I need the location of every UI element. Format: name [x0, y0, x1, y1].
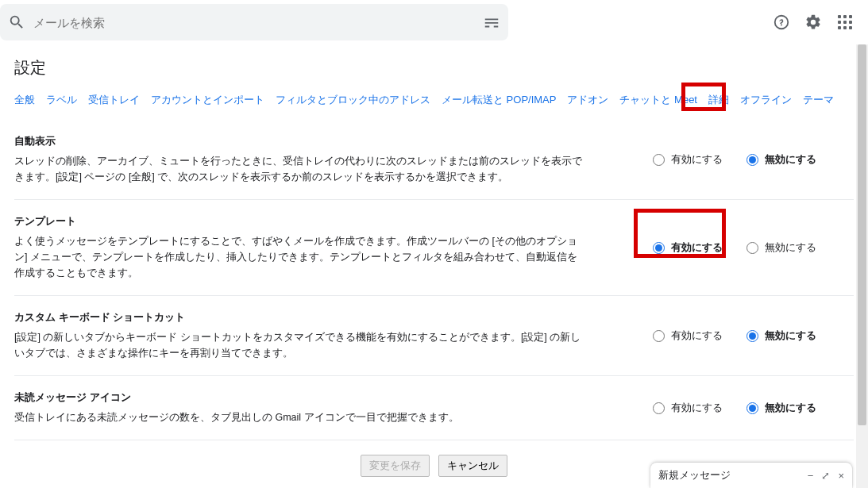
tune-icon[interactable] [483, 13, 500, 31]
search-input[interactable] [25, 16, 483, 29]
section-text: スレッドの削除、アーカイブ、ミュートを行ったときに、受信トレイの代わりに次のスレ… [14, 153, 586, 185]
radio-label: 無効にする [765, 152, 816, 167]
section-heading: カスタム キーボード ショートカット [14, 310, 586, 325]
apps-icon[interactable] [836, 13, 854, 31]
tab-inbox[interactable]: 受信トレイ [88, 93, 140, 107]
radio-enable[interactable]: 有効にする [653, 401, 723, 415]
radio-label: 有効にする [671, 401, 723, 415]
page-title: 設定 [14, 44, 854, 93]
tab-addons[interactable]: アドオン [567, 93, 608, 107]
radio-enable[interactable]: 有効にする [653, 152, 723, 167]
radio-disable[interactable]: 無効にする [746, 401, 816, 415]
tab-forwarding-pop-imap[interactable]: メール転送と POP/IMAP [442, 93, 556, 107]
help-icon[interactable] [773, 13, 790, 31]
settings-body: 自動表示 スレッドの削除、アーカイブ、ミュートを行ったときに、受信トレイの代わり… [14, 120, 854, 488]
radio-disable[interactable]: 無効にする [746, 240, 816, 255]
search-container[interactable] [0, 4, 508, 40]
header-icons [773, 13, 862, 31]
radio-enable[interactable]: 有効にする [653, 240, 723, 255]
section-text: 受信トレイにある未読メッセージの数を、タブ見出しの Gmail アイコンで一目で… [14, 409, 586, 425]
settings-tabs: 全般 ラベル 受信トレイ アカウントとインポート フィルタとブロック中のアドレス… [14, 93, 854, 112]
search-icon [8, 13, 25, 31]
tab-chat-meet[interactable]: チャットと Meet [619, 93, 697, 107]
save-button: 変更を保存 [361, 455, 430, 477]
radio-label: 有効にする [671, 152, 723, 167]
section-heading: テンプレート [14, 214, 586, 229]
tab-filters-blocked[interactable]: フィルタとブロック中のアドレス [276, 93, 430, 107]
compose-title: 新規メッセージ [658, 468, 808, 482]
compose-minimized[interactable]: 新規メッセージ − ⤢ × [650, 463, 852, 488]
tab-accounts-import[interactable]: アカウントとインポート [151, 93, 264, 107]
radio-disable[interactable]: 無効にする [746, 152, 816, 167]
header [0, 0, 868, 44]
section-heading: 未読メッセージ アイコン [14, 390, 586, 405]
section-text: よく使うメッセージをテンプレートにすることで、すばやくメールを作成できます。作成… [14, 233, 586, 281]
tab-offline[interactable]: オフライン [740, 93, 792, 107]
gear-icon[interactable] [804, 13, 822, 31]
compose-expand-icon[interactable]: ⤢ [821, 470, 830, 482]
section-auto-advance: 自動表示 スレッドの削除、アーカイブ、ミュートを行ったときに、受信トレイの代わり… [14, 120, 854, 200]
scrollbar[interactable] [856, 44, 868, 488]
radio-label: 無効にする [765, 401, 816, 415]
settings-page: 設定 全般 ラベル 受信トレイ アカウントとインポート フィルタとブロック中のア… [0, 44, 868, 488]
radio-label: 無効にする [765, 240, 816, 255]
tab-themes[interactable]: テーマ [803, 93, 834, 107]
section-templates: テンプレート よく使うメッセージをテンプレートにすることで、すばやくメールを作成… [14, 200, 854, 296]
section-text: [設定] の新しいタブからキーボード ショートカットをカスタマイズできる機能を有… [14, 329, 586, 361]
section-unread-icon: 未読メッセージ アイコン 受信トレイにある未読メッセージの数を、タブ見出しの G… [14, 376, 854, 440]
section-custom-shortcuts: カスタム キーボード ショートカット [設定] の新しいタブからキーボード ショ… [14, 296, 854, 376]
tab-advanced[interactable]: 詳細 [708, 93, 729, 107]
radio-label: 有効にする [671, 240, 723, 255]
compose-minimize-icon[interactable]: − [808, 470, 814, 482]
radio-label: 無効にする [765, 329, 816, 343]
radio-enable[interactable]: 有効にする [653, 329, 723, 343]
radio-label: 有効にする [671, 329, 723, 343]
compose-close-icon[interactable]: × [838, 470, 844, 482]
tab-labels[interactable]: ラベル [46, 93, 77, 107]
section-heading: 自動表示 [14, 134, 586, 148]
search-bar [0, 4, 508, 40]
cancel-button[interactable]: キャンセル [438, 455, 507, 477]
radio-disable[interactable]: 無効にする [746, 329, 816, 343]
tab-general[interactable]: 全般 [14, 93, 35, 107]
